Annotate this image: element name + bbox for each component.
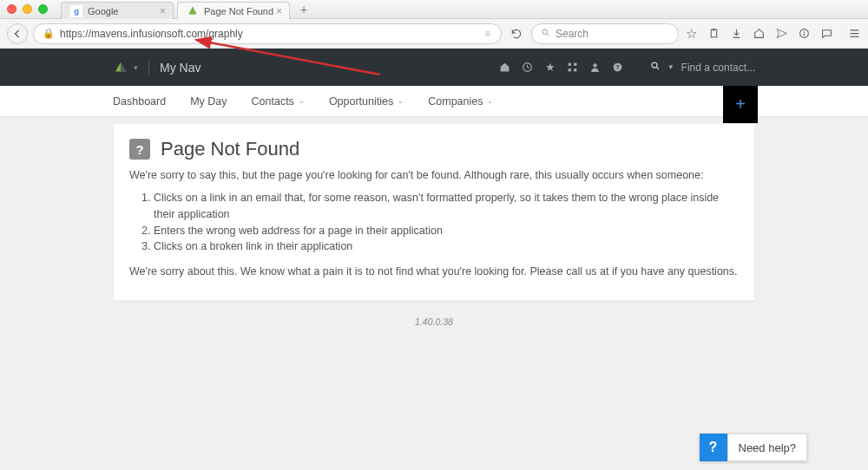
send-icon[interactable]: [774, 26, 788, 42]
chevron-down-icon: ⌄: [487, 97, 493, 105]
svg-rect-6: [712, 29, 714, 30]
close-window[interactable]: [7, 4, 16, 14]
subnav-label: Companies: [428, 95, 483, 108]
svg-text:?: ?: [616, 64, 620, 70]
svg-point-20: [652, 62, 657, 68]
subnav-label: Dashboard: [113, 95, 166, 108]
info-icon[interactable]: [797, 26, 811, 42]
apology-text: We're sorry about this. We know what a p…: [129, 265, 739, 277]
svg-point-3: [542, 29, 548, 34]
svg-rect-15: [569, 69, 571, 71]
version-label: 1.40.0.38: [113, 317, 755, 327]
browser-toolbar-icons: ☆: [684, 26, 861, 42]
google-favicon: g: [70, 5, 82, 17]
tab-title: Page Not Found: [204, 6, 276, 16]
chevron-down-icon: ⌄: [398, 97, 404, 105]
search-placeholder: Search: [556, 28, 589, 40]
svg-line-21: [656, 68, 659, 70]
browser-tab-google[interactable]: g Google ×: [61, 2, 174, 19]
need-help-label: Need help?: [727, 434, 808, 461]
traffic-lights: [7, 4, 48, 14]
chat-icon[interactable]: [819, 26, 833, 42]
user-icon[interactable]: [589, 61, 602, 74]
close-tab-icon[interactable]: ×: [160, 5, 166, 17]
subnav-contacts[interactable]: Contacts ⌄: [252, 95, 305, 108]
url-input[interactable]: 🔒 https://mavens.infusionsoft.com/graphl…: [33, 23, 502, 44]
subnav-opportunities[interactable]: Opportunities ⌄: [329, 95, 404, 108]
intro-text: We're sorry to say this, but the page yo…: [129, 169, 739, 181]
page-content: ? Page Not Found We're sorry to say this…: [113, 124, 755, 301]
find-contact-search[interactable]: ▼ Find a contact...: [650, 61, 755, 74]
clipboard-icon[interactable]: [707, 26, 720, 42]
svg-rect-14: [574, 63, 576, 66]
reader-mode-icon[interactable]: [483, 29, 492, 38]
subnav-myday[interactable]: My Day: [190, 95, 227, 108]
subnav-dashboard[interactable]: Dashboard: [113, 95, 166, 108]
chevron-down-icon: ⌄: [299, 97, 305, 105]
search-icon: [541, 28, 550, 40]
list-item: Enters the wrong web address for a page …: [154, 223, 739, 239]
svg-rect-5: [711, 29, 717, 37]
help-icon: ?: [700, 434, 727, 461]
maximize-window[interactable]: [38, 4, 48, 14]
home-icon[interactable]: [499, 61, 511, 74]
back-button[interactable]: [7, 23, 28, 44]
list-item: Clicks on a broken link in their applica…: [154, 238, 739, 255]
svg-marker-11: [121, 62, 126, 72]
star-icon[interactable]: ★: [544, 61, 556, 74]
help-icon[interactable]: ?: [612, 61, 624, 74]
add-button[interactable]: +: [723, 86, 758, 123]
clock-icon[interactable]: [522, 61, 534, 74]
lock-icon: 🔒: [43, 28, 55, 39]
header-icons: ★ ?: [499, 61, 624, 74]
app-logo[interactable]: ▾ My Nav: [113, 60, 201, 75]
question-icon: ?: [129, 139, 150, 160]
refresh-button[interactable]: [507, 24, 526, 43]
svg-line-4: [547, 33, 549, 35]
tab-title: Google: [88, 6, 160, 16]
chevron-down-icon: ▼: [667, 63, 674, 71]
chevron-down-icon: ▾: [134, 63, 138, 72]
subnav-label: Opportunities: [329, 95, 393, 108]
infusionsoft-favicon: [187, 5, 199, 17]
svg-marker-2: [188, 6, 196, 14]
svg-rect-16: [574, 69, 576, 71]
browser-toolbar: 🔒 https://mavens.infusionsoft.com/graphl…: [0, 19, 868, 49]
reasons-list: Clicks on a link in an email that, for s…: [154, 190, 739, 255]
content-area: ? Page Not Found We're sorry to say this…: [0, 117, 868, 327]
subnav-label: Contacts: [252, 95, 294, 108]
new-tab-button[interactable]: +: [293, 3, 314, 16]
page-title: Page Not Found: [161, 138, 299, 160]
search-input[interactable]: Search: [531, 23, 679, 44]
app-header: ▾ My Nav ★ ?: [0, 49, 868, 86]
close-tab-icon[interactable]: ×: [276, 5, 282, 17]
star-icon[interactable]: ☆: [684, 26, 698, 42]
nav-label: My Nav: [160, 61, 201, 75]
need-help-widget[interactable]: ? Need help?: [700, 434, 808, 461]
list-item: Clicks on a link in an email that, for s…: [154, 190, 739, 223]
home-icon[interactable]: [752, 26, 766, 42]
svg-rect-13: [569, 63, 571, 66]
svg-point-17: [594, 63, 597, 67]
svg-point-9: [803, 30, 804, 31]
logo-icon: [113, 60, 128, 75]
browser-tab-active[interactable]: Page Not Found ×: [177, 2, 290, 19]
svg-text:g: g: [74, 6, 79, 15]
menu-icon[interactable]: [847, 26, 861, 42]
url-text: https://mavens.infusionsoft.com/graphly: [60, 28, 483, 40]
download-icon[interactable]: [729, 26, 743, 42]
find-placeholder: Find a contact...: [681, 62, 755, 74]
subnav-label: My Day: [190, 95, 227, 108]
divider: [148, 60, 149, 75]
search-icon: [650, 61, 661, 74]
subnav-companies[interactable]: Companies ⌄: [428, 95, 493, 108]
apps-icon[interactable]: [567, 61, 579, 74]
minimize-window[interactable]: [23, 4, 32, 14]
tab-bar: g Google × Page Not Found × +: [61, 0, 868, 19]
